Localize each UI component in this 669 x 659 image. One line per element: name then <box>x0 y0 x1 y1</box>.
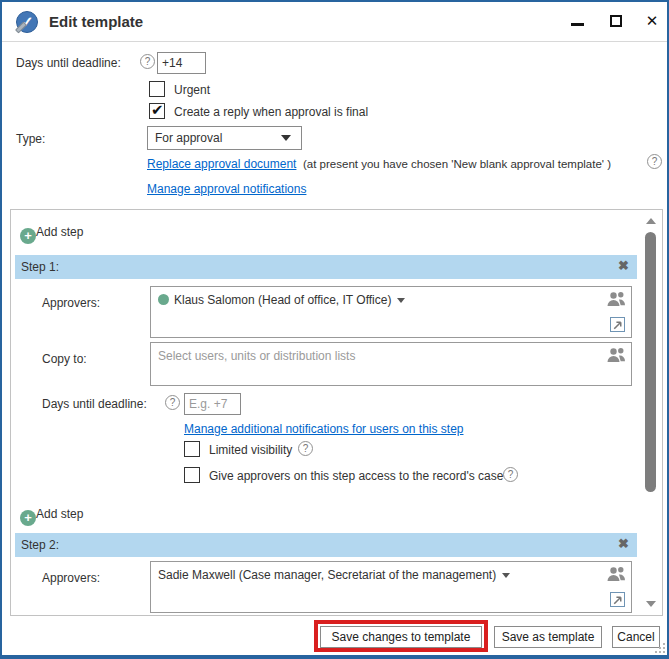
step1-copy-to-placeholder: Select users, units or distribution list… <box>158 349 355 363</box>
add-step-button-1[interactable]: +Add step <box>20 225 83 244</box>
save-as-template-button[interactable]: Save as template <box>494 626 602 648</box>
steps-panel: +Add step Step 1: ✖ Approvers: Klaus Sal… <box>10 209 663 616</box>
step2-header: Step 2: ✖ <box>15 533 637 557</box>
approval-check-icon: ✓ <box>16 11 38 33</box>
manage-approval-notifications-link[interactable]: Manage approval notifications <box>147 182 306 196</box>
window-title: Edit template <box>49 13 143 30</box>
urgent-label: Urgent <box>174 83 210 97</box>
step2-remove-icon[interactable]: ✖ <box>618 536 629 551</box>
type-dropdown-value: For approval <box>155 131 222 145</box>
step2-title: Step 2: <box>21 538 59 552</box>
resize-grip[interactable] <box>653 641 665 653</box>
step1-deadline-label: Days until deadline: <box>42 397 147 411</box>
add-icon: + <box>20 228 36 244</box>
reply-checkbox[interactable] <box>149 103 165 119</box>
step1-case-access-label: Give approvers on this step access to th… <box>209 469 503 483</box>
open-dialog-icon[interactable] <box>610 592 625 607</box>
step1-copy-to-field[interactable]: Select users, units or distribution list… <box>150 342 632 386</box>
step2-approvers-label: Approvers: <box>42 571 100 585</box>
limited-visibility-help-icon[interactable]: ? <box>298 441 313 456</box>
step1-copy-to-label: Copy to: <box>42 352 87 366</box>
chevron-down-icon <box>397 298 405 303</box>
chevron-down-icon <box>502 573 510 578</box>
add-step-button-2[interactable]: +Add step <box>20 507 83 526</box>
step1-title: Step 1: <box>21 260 59 274</box>
deadline-input[interactable] <box>157 52 206 74</box>
step1-limited-visibility-label: Limited visibility <box>209 443 292 457</box>
scroll-down-icon[interactable] <box>646 601 656 607</box>
step1-approvers-label: Approvers: <box>42 296 100 310</box>
step1-approver-token[interactable]: Klaus Salomon (Head of office, IT Office… <box>158 293 405 307</box>
type-label: Type: <box>16 132 45 146</box>
urgent-checkbox[interactable] <box>149 81 165 97</box>
select-people-icon[interactable] <box>606 347 626 363</box>
open-dialog-icon[interactable] <box>610 317 625 332</box>
deadline-label: Days until deadline: <box>16 56 121 70</box>
titlebar-divider <box>2 41 667 42</box>
step1-deadline-input[interactable] <box>184 393 241 415</box>
step1-remove-icon[interactable]: ✖ <box>618 258 629 273</box>
minimize-button[interactable] <box>564 10 590 32</box>
select-people-icon[interactable] <box>606 566 626 582</box>
steps-scrollbar[interactable] <box>643 212 659 613</box>
maximize-icon <box>610 15 622 27</box>
step1-approvers-field[interactable]: Klaus Salomon (Head of office, IT Office… <box>150 286 632 338</box>
maximize-button[interactable] <box>603 10 629 32</box>
close-button[interactable]: ✕ <box>639 10 665 32</box>
close-icon: ✕ <box>646 12 659 29</box>
step1-header: Step 1: ✖ <box>15 255 637 279</box>
step2-approvers-field[interactable]: Sadie Maxwell (Case manager, Secretariat… <box>150 561 632 613</box>
deadline-help-icon[interactable]: ? <box>140 54 155 69</box>
minimize-icon <box>571 23 584 26</box>
save-changes-button[interactable]: Save changes to template <box>320 626 482 648</box>
step1-deadline-help-icon[interactable]: ? <box>165 395 180 410</box>
titlebar: ✓ Edit template ✕ <box>2 2 667 40</box>
step1-case-access-checkbox[interactable] <box>184 467 200 483</box>
case-access-help-icon[interactable]: ? <box>503 467 518 482</box>
scroll-up-icon[interactable] <box>646 218 656 224</box>
replace-note: (at present you have chosen 'New blank a… <box>303 158 611 170</box>
chevron-down-icon <box>281 135 291 141</box>
replace-approval-document-link[interactable]: Replace approval document <box>147 157 296 171</box>
replace-help-icon[interactable]: ? <box>647 154 662 169</box>
type-dropdown[interactable]: For approval <box>147 126 302 150</box>
presence-dot-icon <box>158 294 169 305</box>
step1-notifications-link[interactable]: Manage additional notifications for user… <box>184 422 464 436</box>
add-step-label: Add step <box>36 225 83 239</box>
step1-limited-visibility-checkbox[interactable] <box>184 441 200 457</box>
edit-template-dialog: ✓ Edit template ✕ Days until deadline: ?… <box>0 0 669 659</box>
add-icon: + <box>20 510 36 526</box>
step2-approver-token[interactable]: Sadie Maxwell (Case manager, Secretariat… <box>158 568 510 582</box>
select-people-icon[interactable] <box>606 291 626 307</box>
reply-label: Create a reply when approval is final <box>174 105 368 119</box>
add-step-label: Add step <box>36 507 83 521</box>
scrollbar-thumb[interactable] <box>645 232 656 492</box>
